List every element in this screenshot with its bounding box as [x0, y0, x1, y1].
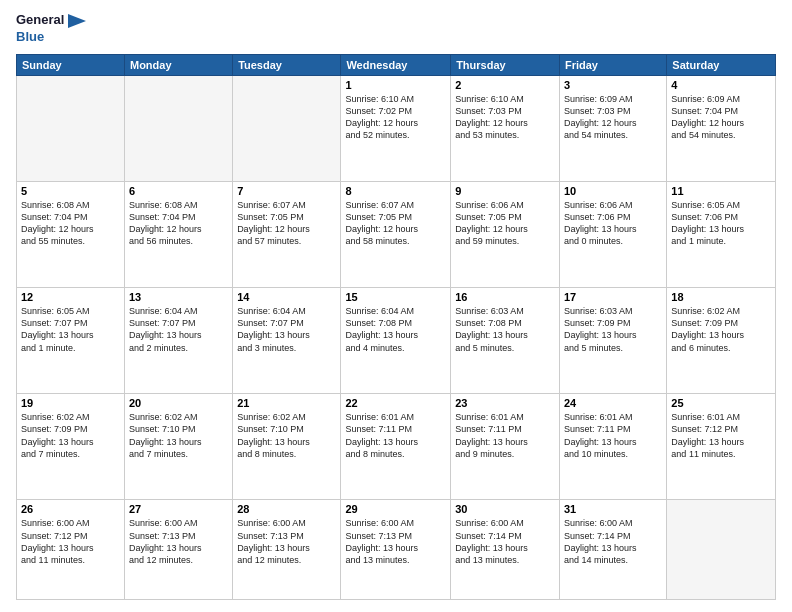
calendar-cell [667, 500, 776, 600]
day-number: 13 [129, 291, 228, 303]
logo: General Blue [16, 12, 86, 46]
day-info: Sunrise: 6:02 AM Sunset: 7:09 PM Dayligh… [21, 411, 120, 460]
day-number: 22 [345, 397, 446, 409]
calendar-cell: 6Sunrise: 6:08 AM Sunset: 7:04 PM Daylig… [124, 181, 232, 287]
day-info: Sunrise: 6:00 AM Sunset: 7:13 PM Dayligh… [237, 517, 336, 566]
day-number: 3 [564, 79, 662, 91]
day-number: 14 [237, 291, 336, 303]
calendar-cell: 30Sunrise: 6:00 AM Sunset: 7:14 PM Dayli… [451, 500, 560, 600]
calendar-cell [17, 75, 125, 181]
svg-marker-0 [68, 14, 86, 28]
day-info: Sunrise: 6:02 AM Sunset: 7:09 PM Dayligh… [671, 305, 771, 354]
calendar-cell: 15Sunrise: 6:04 AM Sunset: 7:08 PM Dayli… [341, 288, 451, 394]
calendar-cell: 4Sunrise: 6:09 AM Sunset: 7:04 PM Daylig… [667, 75, 776, 181]
day-info: Sunrise: 6:05 AM Sunset: 7:07 PM Dayligh… [21, 305, 120, 354]
day-info: Sunrise: 6:01 AM Sunset: 7:11 PM Dayligh… [564, 411, 662, 460]
day-info: Sunrise: 6:03 AM Sunset: 7:08 PM Dayligh… [455, 305, 555, 354]
day-number: 18 [671, 291, 771, 303]
day-info: Sunrise: 6:09 AM Sunset: 7:04 PM Dayligh… [671, 93, 771, 142]
calendar-cell: 23Sunrise: 6:01 AM Sunset: 7:11 PM Dayli… [451, 394, 560, 500]
calendar-cell: 7Sunrise: 6:07 AM Sunset: 7:05 PM Daylig… [233, 181, 341, 287]
calendar-cell: 24Sunrise: 6:01 AM Sunset: 7:11 PM Dayli… [559, 394, 666, 500]
day-number: 15 [345, 291, 446, 303]
day-info: Sunrise: 6:08 AM Sunset: 7:04 PM Dayligh… [129, 199, 228, 248]
day-info: Sunrise: 6:01 AM Sunset: 7:12 PM Dayligh… [671, 411, 771, 460]
day-info: Sunrise: 6:00 AM Sunset: 7:14 PM Dayligh… [564, 517, 662, 566]
day-info: Sunrise: 6:00 AM Sunset: 7:13 PM Dayligh… [129, 517, 228, 566]
day-number: 26 [21, 503, 120, 515]
day-info: Sunrise: 6:10 AM Sunset: 7:02 PM Dayligh… [345, 93, 446, 142]
day-info: Sunrise: 6:00 AM Sunset: 7:12 PM Dayligh… [21, 517, 120, 566]
logo-general: General [16, 12, 64, 27]
day-number: 5 [21, 185, 120, 197]
calendar-cell: 12Sunrise: 6:05 AM Sunset: 7:07 PM Dayli… [17, 288, 125, 394]
day-info: Sunrise: 6:02 AM Sunset: 7:10 PM Dayligh… [237, 411, 336, 460]
day-info: Sunrise: 6:06 AM Sunset: 7:05 PM Dayligh… [455, 199, 555, 248]
calendar-cell: 27Sunrise: 6:00 AM Sunset: 7:13 PM Dayli… [124, 500, 232, 600]
day-number: 12 [21, 291, 120, 303]
day-info: Sunrise: 6:06 AM Sunset: 7:06 PM Dayligh… [564, 199, 662, 248]
day-info: Sunrise: 6:00 AM Sunset: 7:14 PM Dayligh… [455, 517, 555, 566]
day-number: 6 [129, 185, 228, 197]
day-number: 9 [455, 185, 555, 197]
weekday-header-sunday: Sunday [17, 54, 125, 75]
day-info: Sunrise: 6:04 AM Sunset: 7:07 PM Dayligh… [129, 305, 228, 354]
logo-text: General Blue [16, 12, 86, 46]
day-info: Sunrise: 6:04 AM Sunset: 7:07 PM Dayligh… [237, 305, 336, 354]
calendar-cell: 13Sunrise: 6:04 AM Sunset: 7:07 PM Dayli… [124, 288, 232, 394]
day-info: Sunrise: 6:01 AM Sunset: 7:11 PM Dayligh… [455, 411, 555, 460]
calendar-cell: 25Sunrise: 6:01 AM Sunset: 7:12 PM Dayli… [667, 394, 776, 500]
page: General Blue SundayMondayTuesdayWednesda… [0, 0, 792, 612]
calendar-cell: 9Sunrise: 6:06 AM Sunset: 7:05 PM Daylig… [451, 181, 560, 287]
calendar-cell: 21Sunrise: 6:02 AM Sunset: 7:10 PM Dayli… [233, 394, 341, 500]
calendar-cell: 2Sunrise: 6:10 AM Sunset: 7:03 PM Daylig… [451, 75, 560, 181]
day-number: 25 [671, 397, 771, 409]
calendar-cell: 1Sunrise: 6:10 AM Sunset: 7:02 PM Daylig… [341, 75, 451, 181]
day-number: 23 [455, 397, 555, 409]
calendar-cell: 10Sunrise: 6:06 AM Sunset: 7:06 PM Dayli… [559, 181, 666, 287]
calendar-cell: 8Sunrise: 6:07 AM Sunset: 7:05 PM Daylig… [341, 181, 451, 287]
weekday-header-tuesday: Tuesday [233, 54, 341, 75]
calendar-cell: 16Sunrise: 6:03 AM Sunset: 7:08 PM Dayli… [451, 288, 560, 394]
calendar-cell: 17Sunrise: 6:03 AM Sunset: 7:09 PM Dayli… [559, 288, 666, 394]
day-info: Sunrise: 6:02 AM Sunset: 7:10 PM Dayligh… [129, 411, 228, 460]
weekday-header-saturday: Saturday [667, 54, 776, 75]
day-info: Sunrise: 6:04 AM Sunset: 7:08 PM Dayligh… [345, 305, 446, 354]
day-number: 17 [564, 291, 662, 303]
day-info: Sunrise: 6:01 AM Sunset: 7:11 PM Dayligh… [345, 411, 446, 460]
day-number: 8 [345, 185, 446, 197]
day-number: 30 [455, 503, 555, 515]
header: General Blue [16, 12, 776, 46]
day-number: 2 [455, 79, 555, 91]
calendar-table: SundayMondayTuesdayWednesdayThursdayFrid… [16, 54, 776, 600]
calendar-cell: 31Sunrise: 6:00 AM Sunset: 7:14 PM Dayli… [559, 500, 666, 600]
day-number: 1 [345, 79, 446, 91]
weekday-header-thursday: Thursday [451, 54, 560, 75]
day-info: Sunrise: 6:05 AM Sunset: 7:06 PM Dayligh… [671, 199, 771, 248]
calendar-cell: 5Sunrise: 6:08 AM Sunset: 7:04 PM Daylig… [17, 181, 125, 287]
day-info: Sunrise: 6:00 AM Sunset: 7:13 PM Dayligh… [345, 517, 446, 566]
day-number: 29 [345, 503, 446, 515]
day-number: 21 [237, 397, 336, 409]
calendar-cell: 28Sunrise: 6:00 AM Sunset: 7:13 PM Dayli… [233, 500, 341, 600]
weekday-header-wednesday: Wednesday [341, 54, 451, 75]
day-info: Sunrise: 6:10 AM Sunset: 7:03 PM Dayligh… [455, 93, 555, 142]
day-number: 4 [671, 79, 771, 91]
day-number: 20 [129, 397, 228, 409]
calendar-cell: 19Sunrise: 6:02 AM Sunset: 7:09 PM Dayli… [17, 394, 125, 500]
day-number: 10 [564, 185, 662, 197]
day-number: 27 [129, 503, 228, 515]
calendar-cell: 29Sunrise: 6:00 AM Sunset: 7:13 PM Dayli… [341, 500, 451, 600]
weekday-header-monday: Monday [124, 54, 232, 75]
calendar-cell [233, 75, 341, 181]
day-number: 24 [564, 397, 662, 409]
calendar-cell [124, 75, 232, 181]
day-number: 11 [671, 185, 771, 197]
day-number: 31 [564, 503, 662, 515]
calendar-cell: 18Sunrise: 6:02 AM Sunset: 7:09 PM Dayli… [667, 288, 776, 394]
day-info: Sunrise: 6:09 AM Sunset: 7:03 PM Dayligh… [564, 93, 662, 142]
weekday-header-friday: Friday [559, 54, 666, 75]
day-number: 16 [455, 291, 555, 303]
day-number: 28 [237, 503, 336, 515]
calendar-cell: 22Sunrise: 6:01 AM Sunset: 7:11 PM Dayli… [341, 394, 451, 500]
